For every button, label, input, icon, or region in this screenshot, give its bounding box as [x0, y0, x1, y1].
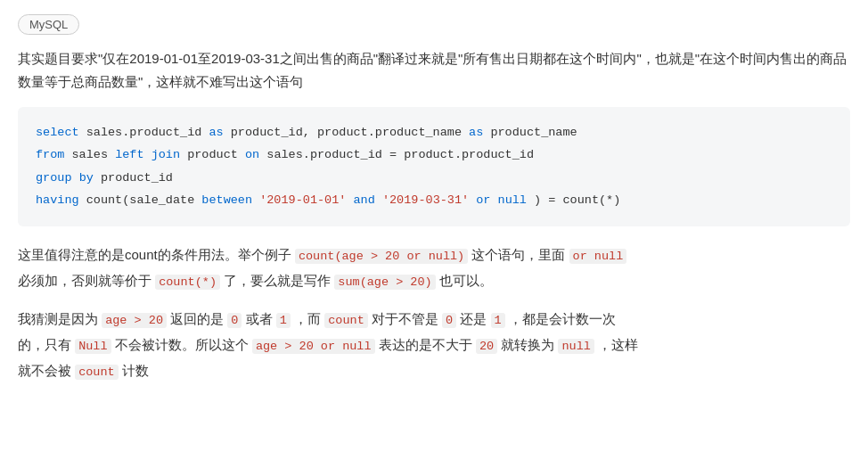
code-text: sales.product_id	[86, 126, 209, 139]
para1-end: 必须加，否则就等价于	[18, 273, 155, 288]
para2-code8: age > 20 or null	[252, 339, 375, 354]
kw-as1: as	[209, 126, 223, 139]
para2-mid3: ，而	[294, 311, 324, 326]
para2-end: 计数	[122, 363, 149, 378]
kw-having: having	[36, 193, 79, 207]
para1-code2: or null	[569, 249, 627, 264]
kw-or: or	[476, 193, 490, 207]
code-text: product_id, product.product_name	[231, 126, 469, 139]
kw-on: on	[245, 148, 259, 161]
code-text: product	[187, 148, 245, 161]
kw-by: by	[79, 171, 94, 185]
para1-mid: 这个语句，里面	[471, 247, 569, 262]
para1-code4: sum(age > 20)	[334, 275, 435, 290]
para2: 我猜测是因为 age > 20 返回的是 0 或者 1 ，而 count 对于不…	[18, 307, 850, 384]
str-date1: '2019-01-01'	[259, 193, 346, 207]
code-text: sales	[72, 148, 116, 161]
para2-code6: 1	[491, 313, 505, 328]
code-block: select sales.product_id as product_id, p…	[18, 107, 850, 227]
para2-mid4: 对于不管是	[372, 311, 442, 326]
para1-note: 这里值得注意的是count的条件用法。举个例子	[18, 247, 295, 262]
para1-code1: count(age > 20 or null)	[295, 249, 468, 264]
para2-mid5: 还是	[460, 311, 490, 326]
kw-and: and	[354, 193, 375, 207]
para2-code2: 0	[227, 313, 242, 328]
code-line-2: from sales left join product on sales.pr…	[36, 144, 832, 167]
para2-code1: age > 20	[102, 313, 167, 328]
code-line-4: having count(sale_date between '2019-01-…	[36, 189, 832, 212]
code-line-3: group by product_id	[36, 167, 832, 190]
kw-as2: as	[469, 126, 483, 139]
kw-select: select	[36, 126, 79, 139]
para2-mid2: 或者	[246, 311, 276, 326]
code-text: ) = count(*)	[534, 193, 620, 207]
code-text: count(sale_date	[86, 193, 202, 207]
para1-end2: 了，要么就是写作	[224, 273, 334, 288]
kw-between: between	[201, 193, 252, 207]
para2-mid1: 返回的是	[170, 311, 227, 326]
intro-text: 其实题目要求"仅在2019-01-01至2019-03-31之间出售的商品"翻译…	[18, 47, 850, 94]
code-text: product_id	[101, 171, 173, 185]
kw-from: from	[36, 148, 64, 161]
kw-left: left	[115, 148, 143, 161]
para2-mid9: 就转换为	[501, 337, 558, 352]
para2-code7: Null	[75, 339, 111, 354]
para2-code9: 20	[476, 339, 497, 354]
code-text: product_name	[490, 126, 577, 139]
kw-null: null	[498, 193, 527, 207]
mysql-badge: MySQL	[18, 14, 79, 35]
kw-group: group	[36, 171, 72, 185]
para2-code3: 1	[276, 313, 291, 328]
para1-code3: count(*)	[155, 275, 220, 290]
para1: 这里值得注意的是count的条件用法。举个例子 count(age > 20 o…	[18, 242, 850, 294]
para2-code4: count	[324, 313, 368, 328]
para2-start: 我猜测是因为	[18, 311, 102, 326]
code-text: sales.product_id = product.product_id	[266, 148, 534, 161]
para2-mid7: 不会被计数。所以这个	[115, 337, 252, 352]
str-date2: '2019-03-31'	[382, 193, 469, 207]
kw-join: join	[151, 148, 180, 161]
code-line-1: select sales.product_id as product_id, p…	[36, 121, 832, 144]
para2-code5: 0	[442, 313, 456, 328]
para2-code11: count	[75, 365, 119, 380]
para1-end3: 也可以。	[439, 273, 493, 288]
para2-mid8: 表达的是不大于	[379, 337, 476, 352]
para2-code10: null	[558, 339, 594, 354]
